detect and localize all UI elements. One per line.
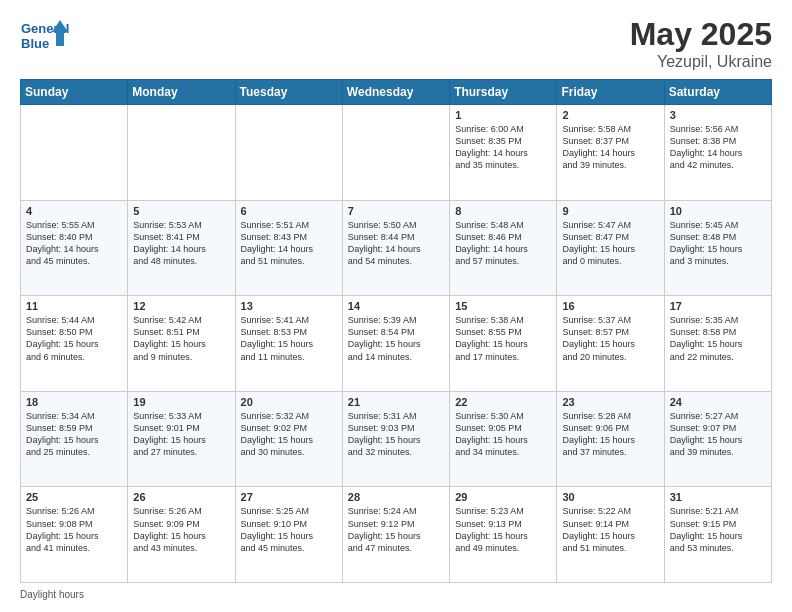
cell-info: Sunrise: 5:55 AM Sunset: 8:40 PM Dayligh… bbox=[26, 219, 122, 268]
cell-4-6: 31Sunrise: 5:21 AM Sunset: 9:15 PM Dayli… bbox=[664, 487, 771, 583]
day-number: 30 bbox=[562, 491, 658, 503]
cell-info: Sunrise: 5:42 AM Sunset: 8:51 PM Dayligh… bbox=[133, 314, 229, 363]
day-number: 16 bbox=[562, 300, 658, 312]
day-number: 1 bbox=[455, 109, 551, 121]
cell-info: Sunrise: 5:44 AM Sunset: 8:50 PM Dayligh… bbox=[26, 314, 122, 363]
cell-info: Sunrise: 5:34 AM Sunset: 8:59 PM Dayligh… bbox=[26, 410, 122, 459]
week-row-4: 18Sunrise: 5:34 AM Sunset: 8:59 PM Dayli… bbox=[21, 391, 772, 487]
cell-1-6: 10Sunrise: 5:45 AM Sunset: 8:48 PM Dayli… bbox=[664, 200, 771, 296]
cell-3-3: 21Sunrise: 5:31 AM Sunset: 9:03 PM Dayli… bbox=[342, 391, 449, 487]
cell-3-1: 19Sunrise: 5:33 AM Sunset: 9:01 PM Dayli… bbox=[128, 391, 235, 487]
cell-info: Sunrise: 5:47 AM Sunset: 8:47 PM Dayligh… bbox=[562, 219, 658, 268]
svg-text:Blue: Blue bbox=[21, 36, 49, 51]
day-number: 20 bbox=[241, 396, 337, 408]
day-number: 24 bbox=[670, 396, 766, 408]
header: General Blue May 2025 Yezupil, Ukraine bbox=[20, 16, 772, 71]
header-wednesday: Wednesday bbox=[342, 80, 449, 105]
cell-4-1: 26Sunrise: 5:26 AM Sunset: 9:09 PM Dayli… bbox=[128, 487, 235, 583]
day-number: 25 bbox=[26, 491, 122, 503]
cell-info: Sunrise: 5:37 AM Sunset: 8:57 PM Dayligh… bbox=[562, 314, 658, 363]
cell-info: Sunrise: 5:38 AM Sunset: 8:55 PM Dayligh… bbox=[455, 314, 551, 363]
cell-info: Sunrise: 5:22 AM Sunset: 9:14 PM Dayligh… bbox=[562, 505, 658, 554]
day-number: 28 bbox=[348, 491, 444, 503]
cell-info: Sunrise: 5:58 AM Sunset: 8:37 PM Dayligh… bbox=[562, 123, 658, 172]
title-month: May 2025 bbox=[630, 16, 772, 53]
footer-text: Daylight hours bbox=[20, 589, 84, 600]
header-saturday: Saturday bbox=[664, 80, 771, 105]
cell-4-5: 30Sunrise: 5:22 AM Sunset: 9:14 PM Dayli… bbox=[557, 487, 664, 583]
cell-info: Sunrise: 5:48 AM Sunset: 8:46 PM Dayligh… bbox=[455, 219, 551, 268]
cell-4-0: 25Sunrise: 5:26 AM Sunset: 9:08 PM Dayli… bbox=[21, 487, 128, 583]
cell-3-4: 22Sunrise: 5:30 AM Sunset: 9:05 PM Dayli… bbox=[450, 391, 557, 487]
cell-info: Sunrise: 5:25 AM Sunset: 9:10 PM Dayligh… bbox=[241, 505, 337, 554]
day-number: 22 bbox=[455, 396, 551, 408]
cell-3-5: 23Sunrise: 5:28 AM Sunset: 9:06 PM Dayli… bbox=[557, 391, 664, 487]
day-number: 29 bbox=[455, 491, 551, 503]
cell-info: Sunrise: 5:26 AM Sunset: 9:08 PM Dayligh… bbox=[26, 505, 122, 554]
cell-2-2: 13Sunrise: 5:41 AM Sunset: 8:53 PM Dayli… bbox=[235, 296, 342, 392]
cell-1-4: 8Sunrise: 5:48 AM Sunset: 8:46 PM Daylig… bbox=[450, 200, 557, 296]
day-number: 2 bbox=[562, 109, 658, 121]
cell-0-4: 1Sunrise: 6:00 AM Sunset: 8:35 PM Daylig… bbox=[450, 105, 557, 201]
cell-info: Sunrise: 6:00 AM Sunset: 8:35 PM Dayligh… bbox=[455, 123, 551, 172]
cell-2-3: 14Sunrise: 5:39 AM Sunset: 8:54 PM Dayli… bbox=[342, 296, 449, 392]
cell-info: Sunrise: 5:23 AM Sunset: 9:13 PM Dayligh… bbox=[455, 505, 551, 554]
cell-2-6: 17Sunrise: 5:35 AM Sunset: 8:58 PM Dayli… bbox=[664, 296, 771, 392]
day-number: 31 bbox=[670, 491, 766, 503]
cell-4-3: 28Sunrise: 5:24 AM Sunset: 9:12 PM Dayli… bbox=[342, 487, 449, 583]
footer: Daylight hours bbox=[20, 589, 772, 600]
cell-0-6: 3Sunrise: 5:56 AM Sunset: 8:38 PM Daylig… bbox=[664, 105, 771, 201]
week-row-3: 11Sunrise: 5:44 AM Sunset: 8:50 PM Dayli… bbox=[21, 296, 772, 392]
day-number: 21 bbox=[348, 396, 444, 408]
cell-info: Sunrise: 5:45 AM Sunset: 8:48 PM Dayligh… bbox=[670, 219, 766, 268]
day-number: 13 bbox=[241, 300, 337, 312]
day-number: 7 bbox=[348, 205, 444, 217]
header-tuesday: Tuesday bbox=[235, 80, 342, 105]
cell-3-0: 18Sunrise: 5:34 AM Sunset: 8:59 PM Dayli… bbox=[21, 391, 128, 487]
cell-info: Sunrise: 5:50 AM Sunset: 8:44 PM Dayligh… bbox=[348, 219, 444, 268]
week-row-2: 4Sunrise: 5:55 AM Sunset: 8:40 PM Daylig… bbox=[21, 200, 772, 296]
day-number: 19 bbox=[133, 396, 229, 408]
day-number: 11 bbox=[26, 300, 122, 312]
day-number: 17 bbox=[670, 300, 766, 312]
day-number: 5 bbox=[133, 205, 229, 217]
cell-1-3: 7Sunrise: 5:50 AM Sunset: 8:44 PM Daylig… bbox=[342, 200, 449, 296]
cell-0-0 bbox=[21, 105, 128, 201]
cell-1-5: 9Sunrise: 5:47 AM Sunset: 8:47 PM Daylig… bbox=[557, 200, 664, 296]
calendar-table: SundayMondayTuesdayWednesdayThursdayFrid… bbox=[20, 79, 772, 583]
cell-2-4: 15Sunrise: 5:38 AM Sunset: 8:55 PM Dayli… bbox=[450, 296, 557, 392]
day-number: 8 bbox=[455, 205, 551, 217]
cell-1-1: 5Sunrise: 5:53 AM Sunset: 8:41 PM Daylig… bbox=[128, 200, 235, 296]
page: General Blue May 2025 Yezupil, Ukraine S… bbox=[0, 0, 792, 612]
day-number: 10 bbox=[670, 205, 766, 217]
cell-info: Sunrise: 5:26 AM Sunset: 9:09 PM Dayligh… bbox=[133, 505, 229, 554]
day-number: 18 bbox=[26, 396, 122, 408]
day-number: 23 bbox=[562, 396, 658, 408]
title-location: Yezupil, Ukraine bbox=[630, 53, 772, 71]
cell-2-1: 12Sunrise: 5:42 AM Sunset: 8:51 PM Dayli… bbox=[128, 296, 235, 392]
day-number: 12 bbox=[133, 300, 229, 312]
cell-0-2 bbox=[235, 105, 342, 201]
cell-info: Sunrise: 5:31 AM Sunset: 9:03 PM Dayligh… bbox=[348, 410, 444, 459]
cell-info: Sunrise: 5:28 AM Sunset: 9:06 PM Dayligh… bbox=[562, 410, 658, 459]
cell-info: Sunrise: 5:33 AM Sunset: 9:01 PM Dayligh… bbox=[133, 410, 229, 459]
title-block: May 2025 Yezupil, Ukraine bbox=[630, 16, 772, 71]
cell-info: Sunrise: 5:32 AM Sunset: 9:02 PM Dayligh… bbox=[241, 410, 337, 459]
cell-4-2: 27Sunrise: 5:25 AM Sunset: 9:10 PM Dayli… bbox=[235, 487, 342, 583]
day-number: 15 bbox=[455, 300, 551, 312]
day-number: 4 bbox=[26, 205, 122, 217]
cell-3-2: 20Sunrise: 5:32 AM Sunset: 9:02 PM Dayli… bbox=[235, 391, 342, 487]
cell-0-3 bbox=[342, 105, 449, 201]
cell-info: Sunrise: 5:24 AM Sunset: 9:12 PM Dayligh… bbox=[348, 505, 444, 554]
day-number: 26 bbox=[133, 491, 229, 503]
cell-info: Sunrise: 5:30 AM Sunset: 9:05 PM Dayligh… bbox=[455, 410, 551, 459]
cell-3-6: 24Sunrise: 5:27 AM Sunset: 9:07 PM Dayli… bbox=[664, 391, 771, 487]
week-row-5: 25Sunrise: 5:26 AM Sunset: 9:08 PM Dayli… bbox=[21, 487, 772, 583]
cell-info: Sunrise: 5:21 AM Sunset: 9:15 PM Dayligh… bbox=[670, 505, 766, 554]
day-number: 27 bbox=[241, 491, 337, 503]
cell-1-0: 4Sunrise: 5:55 AM Sunset: 8:40 PM Daylig… bbox=[21, 200, 128, 296]
cell-info: Sunrise: 5:41 AM Sunset: 8:53 PM Dayligh… bbox=[241, 314, 337, 363]
cell-info: Sunrise: 5:39 AM Sunset: 8:54 PM Dayligh… bbox=[348, 314, 444, 363]
cell-info: Sunrise: 5:51 AM Sunset: 8:43 PM Dayligh… bbox=[241, 219, 337, 268]
cell-0-5: 2Sunrise: 5:58 AM Sunset: 8:37 PM Daylig… bbox=[557, 105, 664, 201]
